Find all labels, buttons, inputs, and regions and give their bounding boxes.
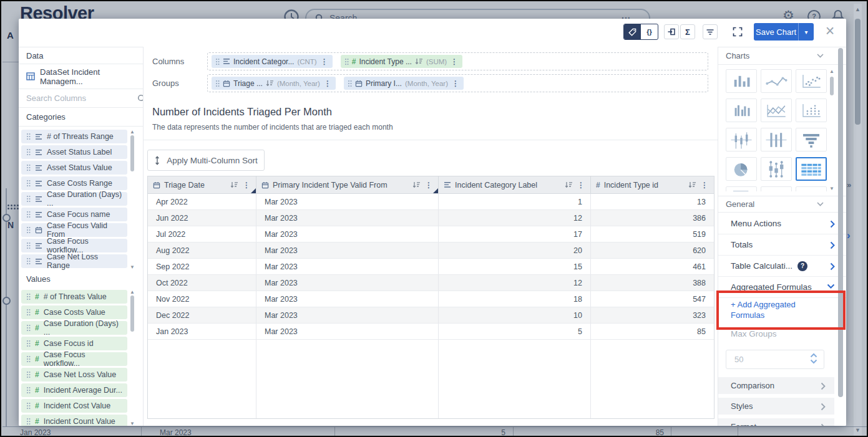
tag-icon[interactable] (624, 24, 641, 39)
table-row[interactable]: Jun 2022Mar 202312386 (148, 210, 714, 226)
values-scrollbar[interactable]: ▲ ▼ (130, 290, 135, 426)
section-format[interactable]: Format (718, 418, 834, 426)
chart-type-combo-line-chart[interactable] (761, 98, 792, 122)
scrollbar-thumb[interactable] (130, 135, 134, 171)
scrollbar-thumb[interactable] (830, 77, 834, 95)
column-header[interactable]: Triage Date⋮ (148, 176, 256, 194)
scroll-up-arrow-icon[interactable]: ▲ (855, 6, 861, 12)
scrollbar-thumb[interactable] (855, 19, 861, 125)
number-stepper[interactable] (810, 353, 817, 364)
chart-type-candlestick-chart[interactable] (726, 128, 757, 151)
charts-section-header[interactable]: Charts (718, 47, 846, 65)
chart-type-grid-table[interactable] (796, 157, 827, 181)
category-field[interactable]: Case Costs Range (21, 176, 127, 190)
chart-type-blank[interactable] (796, 186, 827, 191)
category-field[interactable]: Case Focus workflow... (21, 239, 127, 252)
table-row[interactable]: Aug 2022Mar 202320620 (148, 243, 714, 259)
chart-type-line-chart[interactable] (761, 69, 792, 93)
setting-totals[interactable]: Totals (718, 234, 846, 256)
max-groups-field[interactable] (726, 350, 824, 369)
save-chart-label[interactable]: Save Chart (754, 23, 798, 41)
kebab-menu-icon[interactable]: ⋮ (450, 57, 459, 66)
scroll-up-arrow-icon[interactable]: ▲ (130, 130, 135, 135)
table-row[interactable]: Dec 2022Mar 202310323 (148, 307, 714, 324)
column-header[interactable]: #Incident Type id⋮ (591, 176, 714, 194)
settings-panel-scrollbar-thumb[interactable] (838, 48, 843, 397)
chart-type-bar-chart[interactable] (726, 69, 757, 93)
field-pill[interactable]: Incident Categor...(CNT)⋮ (212, 55, 333, 68)
table-row[interactable]: Jan 2023Mar 2023585 (148, 324, 714, 340)
fullscreen-icon[interactable] (730, 24, 745, 39)
scrollbar-thumb[interactable] (130, 295, 134, 332)
scroll-down-arrow-icon[interactable]: ▼ (829, 186, 834, 191)
value-field[interactable]: #Incident Count Value (21, 415, 127, 426)
scroll-down-arrow-icon[interactable]: ▼ (855, 427, 861, 433)
help-badge-icon[interactable]: ? (797, 261, 807, 271)
sort-icon[interactable] (412, 181, 421, 188)
category-field[interactable]: Case Focus name (21, 208, 127, 221)
table-row[interactable]: Apr 2022Mar 2023113 (148, 194, 714, 210)
filter-button[interactable] (703, 24, 718, 39)
chart-type-column-chart[interactable] (726, 98, 757, 122)
value-field[interactable]: #Case Focus workflow... (21, 352, 127, 366)
category-field[interactable]: Case Duration (Days) ... (21, 192, 127, 206)
kebab-menu-icon[interactable]: ⋮ (323, 79, 332, 88)
columns-dropzone[interactable]: Incident Categor...(CNT)⋮#Incident Type … (207, 52, 708, 70)
section-styles[interactable]: Styles (718, 398, 834, 415)
label-mode-toggle[interactable]: {} (623, 24, 658, 40)
category-field[interactable]: Case Focus Valid From (21, 223, 127, 237)
kebab-menu-icon[interactable]: ⋮ (700, 181, 709, 190)
table-row[interactable]: Jul 2022Mar 202317519 (148, 226, 714, 243)
category-field[interactable]: Asset Status Value (21, 161, 127, 175)
value-field[interactable]: #Case Duration (Days) ... (21, 321, 127, 335)
table-row[interactable]: Oct 2022Mar 202312388 (148, 275, 714, 291)
value-field[interactable]: #Case Costs Value (21, 305, 127, 319)
search-columns-input[interactable] (19, 93, 137, 103)
category-field[interactable]: Asset Status Label (21, 145, 127, 159)
max-groups-input[interactable] (726, 354, 804, 365)
section-comparison[interactable]: Comparison (718, 377, 834, 394)
sort-icon[interactable] (230, 181, 238, 188)
braces-icon[interactable]: {} (641, 24, 658, 39)
kebab-menu-icon[interactable]: ⋮ (577, 181, 585, 190)
chart-type-ohlc-chart[interactable] (761, 128, 792, 151)
value-field[interactable]: ## of Threats Value (21, 290, 127, 304)
groups-dropzone[interactable]: Triage ...(Month, Year)⋮Primary I...(Mon… (207, 74, 708, 92)
general-section-header[interactable]: General (718, 196, 846, 213)
scroll-up-arrow-icon[interactable]: ▲ (829, 69, 834, 74)
close-icon[interactable]: × (821, 21, 839, 40)
kebab-menu-icon[interactable]: ⋮ (320, 57, 329, 66)
chart-type-dot-column-chart[interactable] (796, 98, 827, 122)
sigma-aggregate-button[interactable]: Σ (680, 24, 695, 39)
category-field[interactable]: # of Threats Range (21, 130, 127, 143)
kebab-menu-icon[interactable]: ⋮ (451, 79, 460, 88)
dataset-item[interactable]: DataSet Incident Managem... (19, 64, 143, 89)
setting-menu-actions[interactable]: Menu Actions (718, 213, 846, 234)
chart-grid-scrollbar[interactable]: ▲ ▼ (829, 69, 834, 191)
kebab-menu-icon[interactable]: ⋮ (424, 181, 433, 190)
table-row[interactable]: Nov 2022Mar 202318547 (148, 291, 714, 307)
chart-type-box-plot-chart[interactable] (761, 157, 792, 181)
scroll-down-arrow-icon[interactable]: ▼ (130, 421, 135, 426)
category-field[interactable]: Case Net Loss Range (21, 254, 127, 268)
chart-type-funnel-chart[interactable] (796, 128, 827, 151)
field-pill[interactable]: Triage ...(Month, Year)⋮ (212, 77, 336, 90)
field-pill[interactable]: #Incident Type ...(SUM)⋮ (341, 55, 462, 68)
setting-table-calculati-[interactable]: Table Calculati...? (718, 256, 846, 277)
page-scrollbar[interactable]: ▲ ▼ (854, 4, 862, 436)
sort-icon[interactable] (688, 181, 696, 188)
scroll-down-arrow-icon[interactable]: ▼ (130, 265, 135, 270)
value-field[interactable]: #Case Net Loss Value (21, 368, 127, 382)
scroll-up-arrow-icon[interactable]: ▲ (130, 290, 135, 295)
chart-type-scatter-chart[interactable] (796, 69, 827, 93)
chart-type-blank[interactable] (761, 186, 792, 191)
collapse-panel-icon[interactable]: » (847, 180, 851, 190)
value-field[interactable]: #Incident Average Dur... (21, 383, 127, 397)
save-chart-dropdown-caret-icon[interactable]: ▾ (798, 23, 814, 41)
chart-type-bar-horizontal-chart[interactable] (726, 186, 757, 191)
chevron-right-icon[interactable]: › (847, 229, 851, 242)
kebab-menu-icon[interactable]: ⋮ (242, 181, 251, 190)
value-field[interactable]: #Incident Cost Value (21, 399, 127, 413)
column-header[interactable]: Primary Incident Type Valid From⋮ (256, 176, 439, 194)
sort-icon[interactable] (565, 181, 573, 188)
